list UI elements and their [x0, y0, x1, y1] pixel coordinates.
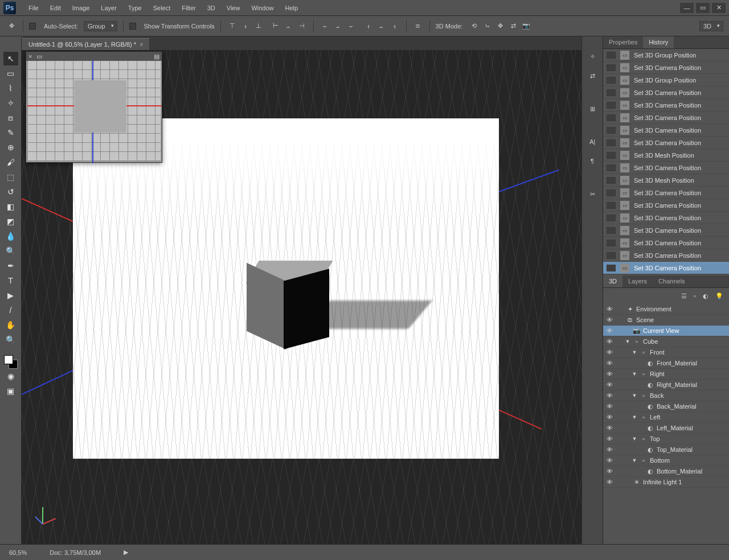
scene-row[interactable]: 👁▼▫Cube	[603, 336, 729, 347]
pen-tool[interactable]: ✒	[3, 259, 18, 273]
history-row[interactable]: ▭Set 3D Camera Position	[603, 87, 729, 99]
shape-tool[interactable]: /	[3, 303, 18, 317]
tab-properties[interactable]: Properties	[603, 36, 643, 48]
history-vis-icon[interactable]	[607, 240, 616, 246]
character-panel-icon[interactable]: A|	[586, 135, 599, 148]
history-row[interactable]: ▭Set 3D Camera Position	[603, 137, 729, 149]
3d-zoom-icon[interactable]: 📷	[521, 20, 532, 32]
expand-icon[interactable]: ▼	[632, 349, 637, 355]
scene-row[interactable]: 👁⧉Scene	[603, 315, 729, 326]
history-row[interactable]: ▭Set 3D Camera Position	[603, 112, 729, 124]
scene-row[interactable]: 👁▼▫Bottom	[603, 455, 729, 466]
align-top-icon[interactable]: ⊤	[227, 20, 238, 32]
history-row[interactable]: ▭Set 3D Camera Position	[603, 99, 729, 112]
visibility-icon[interactable]: 👁	[605, 370, 613, 377]
expand-icon[interactable]: ▼	[632, 393, 637, 398]
tab-layers[interactable]: Layers	[622, 275, 653, 287]
reference-link-icon[interactable]: ▭	[36, 53, 42, 60]
history-row[interactable]: ▭Set 3D Camera Position	[603, 262, 729, 274]
reference-close-icon[interactable]: ×	[26, 53, 34, 60]
distribute-right-icon[interactable]: ⫞	[389, 20, 400, 32]
scene-row[interactable]: 👁▼▫Top	[603, 434, 729, 444]
menu-window[interactable]: Window	[245, 2, 279, 14]
expand-icon[interactable]: ▼	[632, 414, 637, 420]
expand-icon[interactable]: ▼	[625, 339, 630, 344]
menu-layer[interactable]: Layer	[95, 2, 122, 14]
transform-checkbox[interactable]	[129, 23, 136, 30]
menu-file[interactable]: File	[23, 2, 44, 14]
history-vis-icon[interactable]	[607, 265, 616, 271]
type-tool[interactable]: T	[3, 274, 18, 287]
distribute-top-icon[interactable]: ⫟	[320, 20, 331, 32]
visibility-icon[interactable]: 👁	[605, 457, 613, 464]
lasso-tool[interactable]: ⌇	[3, 81, 18, 95]
history-vis-icon[interactable]	[607, 102, 616, 109]
zoom-tool[interactable]: 🔍	[3, 333, 18, 347]
history-vis-icon[interactable]	[607, 139, 616, 146]
scene-row[interactable]: 👁📷Current View	[603, 326, 729, 336]
panel-icon[interactable]: ✂	[586, 188, 599, 200]
expand-icon[interactable]: ▼	[632, 371, 637, 377]
history-vis-icon[interactable]	[607, 190, 616, 196]
visibility-icon[interactable]: 👁	[605, 479, 613, 485]
color-swatch[interactable]	[4, 355, 18, 369]
visibility-icon[interactable]: 👁	[605, 306, 613, 312]
3d-view-dropdown[interactable]: 3D	[699, 21, 723, 31]
scene-row[interactable]: 👁◐Bottom_Material	[603, 466, 729, 477]
visibility-icon[interactable]: 👁	[605, 435, 613, 442]
3d-cube-object[interactable]	[247, 261, 332, 343]
doc-info[interactable]: Doc: 3,75M/3,00M	[50, 549, 101, 556]
history-row[interactable]: ▭Set 3D Camera Position	[603, 237, 729, 249]
reference-menu-icon[interactable]: ▤	[151, 53, 162, 60]
menu-filter[interactable]: Filter	[176, 2, 201, 14]
scene-row[interactable]: 👁▼▫Right	[603, 369, 729, 380]
scene-row[interactable]: 👁◐Top_Material	[603, 444, 729, 455]
menu-help[interactable]: Help	[280, 2, 304, 14]
visibility-icon[interactable]: 👁	[605, 446, 613, 453]
3d-roll-icon[interactable]: ⤿	[481, 20, 493, 32]
history-row[interactable]: ▭Set 3D Camera Position	[603, 199, 729, 212]
tab-channels[interactable]: Channels	[653, 275, 690, 287]
history-vis-icon[interactable]	[607, 252, 616, 259]
move-tool[interactable]: ↖	[3, 52, 18, 65]
tab-3d[interactable]: 3D	[603, 275, 622, 287]
visibility-icon[interactable]: 👁	[605, 316, 613, 323]
history-row[interactable]: ▭Set 3D Camera Position	[603, 162, 729, 174]
visibility-icon[interactable]: 👁	[605, 360, 613, 367]
panel-icon[interactable]: ⇄	[586, 69, 599, 82]
visibility-icon[interactable]: 👁	[605, 381, 613, 388]
history-vis-icon[interactable]	[607, 202, 616, 209]
align-vcenter-icon[interactable]: ⫞	[240, 20, 251, 32]
align-right-icon[interactable]: ⊣	[296, 20, 308, 32]
reference-window-header[interactable]: × ▭ ▤	[26, 52, 162, 61]
menu-edit[interactable]: Edit	[44, 2, 67, 14]
tab-history[interactable]: History	[643, 36, 674, 48]
scene-row[interactable]: 👁◐Right_Material	[603, 380, 729, 390]
history-vis-icon[interactable]	[607, 215, 616, 221]
visibility-icon[interactable]: 👁	[605, 414, 613, 421]
marquee-tool[interactable]: ▭	[3, 67, 18, 80]
scene-row[interactable]: 👁▼▫Front	[603, 347, 729, 358]
menu-3d[interactable]: 3D	[202, 2, 221, 14]
panel-icon[interactable]: ⊞	[586, 102, 599, 115]
zoom-level[interactable]: 60,5%	[9, 549, 27, 556]
align-bottom-icon[interactable]: ⊥	[253, 20, 264, 32]
history-row[interactable]: ▭Set 3D Camera Position	[603, 224, 729, 237]
align-left-icon[interactable]: ⊢	[270, 20, 281, 32]
auto-select-checkbox[interactable]	[29, 23, 36, 30]
visibility-icon[interactable]: 👁	[605, 349, 613, 356]
path-select-tool[interactable]: ▶	[3, 289, 18, 302]
menu-select[interactable]: Select	[148, 2, 177, 14]
window-max-button[interactable]: ▭	[696, 3, 710, 13]
history-vis-icon[interactable]	[607, 52, 616, 59]
expand-icon[interactable]: ▼	[632, 458, 637, 463]
auto-align-icon[interactable]: ⧈	[412, 20, 424, 32]
window-close-button[interactable]: ✕	[712, 3, 726, 13]
gradient-tool[interactable]: ◩	[3, 215, 18, 228]
filter-light-icon[interactable]: 💡	[715, 293, 723, 300]
history-list[interactable]: ▭Set 3D Group Position▭Set 3D Camera Pos…	[603, 49, 729, 275]
distribute-hcenter-icon[interactable]: ⫠	[376, 20, 387, 32]
healing-tool[interactable]: ⊕	[3, 141, 18, 154]
3d-slide-icon[interactable]: ⇄	[507, 20, 519, 32]
history-row[interactable]: ▭Set 3D Camera Position	[603, 249, 729, 262]
